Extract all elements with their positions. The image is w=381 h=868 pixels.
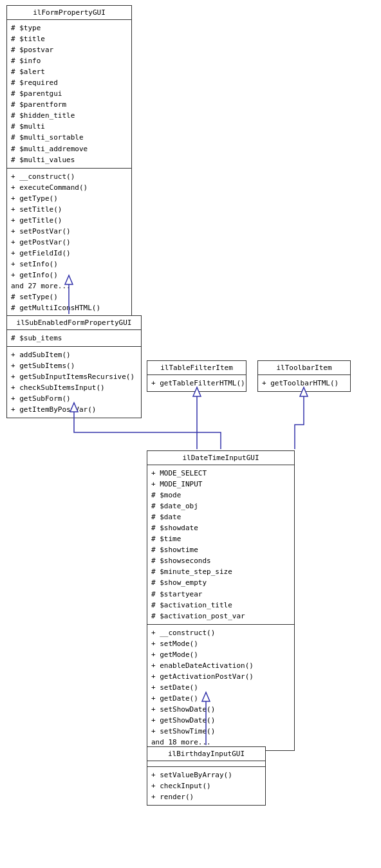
box-fields-ilSubEnabledFormPropertyGUI: # $sub_items	[7, 330, 141, 347]
box-ilBirthdayInputGUI: ilBirthdayInputGUI + setValueByArray() +…	[147, 746, 266, 806]
box-fields-ilDateTimeInputGUI: + MODE_SELECT + MODE_INPUT # $mode # $da…	[147, 465, 294, 625]
box-section-spacer-ilBirthdayInputGUI	[147, 761, 265, 767]
diagram-container: ilFormPropertyGUI # $type # $title # $po…	[0, 0, 381, 868]
box-header-ilBirthdayInputGUI: ilBirthdayInputGUI	[147, 747, 265, 761]
box-methods-ilBirthdayInputGUI: + setValueByArray() + checkInput() + ren…	[147, 767, 265, 805]
box-ilSubEnabledFormPropertyGUI: ilSubEnabledFormPropertyGUI # $sub_items…	[6, 315, 142, 418]
box-ilDateTimeInputGUI: ilDateTimeInputGUI + MODE_SELECT + MODE_…	[147, 450, 295, 751]
box-header-ilSubEnabledFormPropertyGUI: ilSubEnabledFormPropertyGUI	[7, 316, 141, 330]
box-header-ilFormPropertyGUI: ilFormPropertyGUI	[7, 6, 131, 20]
box-methods-ilToolbarItem: + getToolbarHTML()	[258, 375, 350, 391]
box-fields-ilFormPropertyGUI: # $type # $title # $postvar # $info # $a…	[7, 20, 131, 169]
box-header-ilTableFilterItem: ilTableFilterItem	[147, 361, 246, 375]
box-ilTableFilterItem: ilTableFilterItem + getTableFilterHTML()	[147, 360, 246, 392]
box-header-ilToolbarItem: ilToolbarItem	[258, 361, 350, 375]
box-ilFormPropertyGUI: ilFormPropertyGUI # $type # $title # $po…	[6, 5, 132, 317]
box-ilToolbarItem: ilToolbarItem + getToolbarHTML()	[257, 360, 351, 392]
box-methods-ilFormPropertyGUI: + __construct() + executeCommand() + get…	[7, 169, 131, 317]
box-methods-ilDateTimeInputGUI: + __construct() + setMode() + getMode() …	[147, 625, 294, 751]
box-methods-ilTableFilterItem: + getTableFilterHTML()	[147, 375, 246, 391]
box-header-ilDateTimeInputGUI: ilDateTimeInputGUI	[147, 451, 294, 465]
box-methods-ilSubEnabledFormPropertyGUI: + addSubItem() + getSubItems() + getSubI…	[7, 347, 141, 418]
